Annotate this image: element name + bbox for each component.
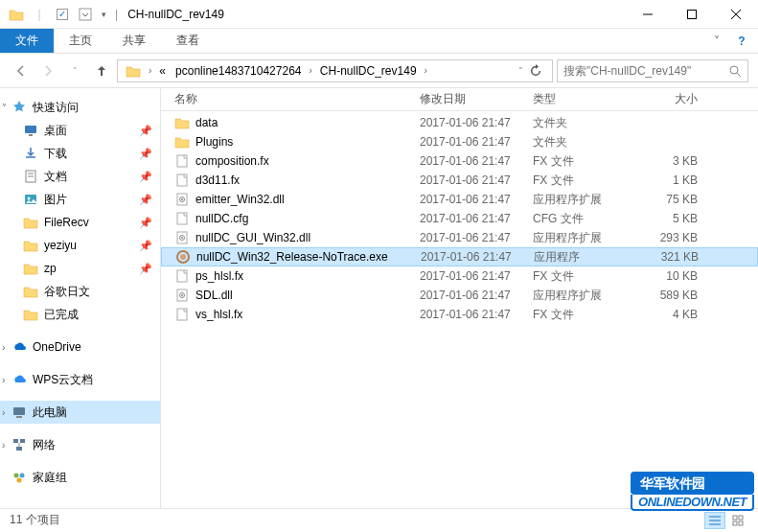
- search-box[interactable]: [557, 59, 748, 82]
- column-header-date[interactable]: 修改日期: [414, 91, 527, 107]
- svg-point-13: [28, 197, 31, 200]
- tab-home[interactable]: 主页: [54, 29, 107, 53]
- file-type: FX 文件: [527, 153, 640, 170]
- chevron-right-icon[interactable]: ›: [147, 65, 153, 76]
- view-thumbnails-button[interactable]: [727, 512, 748, 529]
- chevron-down-icon[interactable]: ˅: [2, 103, 7, 113]
- chevron-right-icon[interactable]: ›: [308, 65, 314, 76]
- column-header-type[interactable]: 类型: [527, 91, 640, 107]
- forward-button[interactable]: [36, 59, 59, 82]
- help-icon[interactable]: ?: [733, 33, 750, 50]
- view-details-button[interactable]: [704, 512, 725, 529]
- recent-dropdown[interactable]: ˅: [63, 59, 86, 82]
- svg-point-21: [20, 474, 25, 478]
- up-button[interactable]: [90, 59, 113, 82]
- ribbon-expand-icon[interactable]: ˅: [708, 33, 725, 50]
- chevron-right-icon[interactable]: ›: [423, 65, 429, 76]
- sidebar-item-label: 谷歌日文: [44, 284, 90, 300]
- sidebar-item-homegroup[interactable]: 家庭组: [0, 466, 160, 489]
- file-row[interactable]: vs_hlsl.fx 2017-01-06 21:47 FX 文件 4 KB: [161, 305, 758, 324]
- file-list[interactable]: data 2017-01-06 21:47 文件夹 Plugins 2017-0…: [161, 111, 758, 508]
- file-row[interactable]: SDL.dll 2017-01-06 21:47 应用程序扩展 589 KB: [161, 286, 758, 305]
- svg-rect-44: [733, 521, 737, 525]
- sidebar-item-quick[interactable]: 桌面 📌: [0, 119, 160, 142]
- dll-icon: [174, 288, 190, 303]
- svg-rect-23: [177, 155, 187, 167]
- search-icon[interactable]: [728, 64, 742, 78]
- file-name: nullDC.cfg: [195, 212, 248, 225]
- downloads-icon: [23, 146, 38, 161]
- maximize-button[interactable]: [670, 0, 714, 29]
- breadcrumb[interactable]: › « pconline1483710427264 › CH-nullDC_re…: [117, 59, 553, 82]
- column-header-size[interactable]: 大小: [640, 91, 707, 107]
- minimize-button[interactable]: [626, 0, 670, 29]
- chevron-right-icon[interactable]: ›: [2, 375, 5, 385]
- file-date: 2017-01-06 21:47: [414, 231, 527, 244]
- file-row[interactable]: emitter_Win32.dll 2017-01-06 21:47 应用程序扩…: [161, 190, 758, 209]
- sidebar-item-quick[interactable]: FileRecv 📌: [0, 211, 160, 234]
- tab-file[interactable]: 文件: [0, 29, 54, 53]
- file-type: FX 文件: [527, 307, 640, 323]
- refresh-icon[interactable]: [529, 64, 542, 78]
- desktop-icon: [23, 123, 38, 138]
- file-date: 2017-01-06 21:47: [414, 289, 527, 302]
- column-headers: 名称 修改日期 类型 大小: [161, 88, 758, 111]
- search-input[interactable]: [563, 64, 724, 78]
- sidebar-item-onedrive[interactable]: › OneDrive: [0, 335, 160, 359]
- qat-overflow-icon[interactable]: ▾: [98, 4, 109, 25]
- file-row[interactable]: nullDC_Win32_Release-NoTrace.exe 2017-01…: [161, 247, 758, 266]
- svg-rect-15: [16, 416, 22, 418]
- qat-dropdown-icon[interactable]: [75, 4, 96, 25]
- sidebar-item-quick[interactable]: yeziyu 📌: [0, 234, 160, 257]
- exe-icon: [175, 249, 191, 265]
- breadcrumb-dropdown-icon[interactable]: ˅: [518, 66, 523, 76]
- computer-icon: [11, 405, 27, 420]
- file-row[interactable]: data 2017-01-06 21:47 文件夹: [161, 113, 758, 132]
- file-size: 3 KB: [640, 154, 707, 168]
- file-row[interactable]: Plugins 2017-01-06 21:47 文件夹: [161, 132, 758, 151]
- sidebar-item-wps[interactable]: › WPS云文档: [0, 368, 160, 391]
- close-button[interactable]: [714, 0, 758, 29]
- chevron-right-icon[interactable]: ›: [2, 440, 5, 451]
- sidebar-item-network[interactable]: › 网络: [0, 433, 160, 456]
- file-icon: [174, 153, 190, 169]
- file-name: composition.fx: [195, 154, 269, 168]
- breadcrumb-item[interactable]: CH-nullDC_rev149: [316, 60, 421, 81]
- folder-icon: [23, 215, 38, 230]
- file-name: emitter_Win32.dll: [195, 193, 285, 206]
- tab-view[interactable]: 查看: [161, 29, 215, 53]
- sidebar-label: WPS云文档: [33, 372, 93, 388]
- status-bar: 11 个项目: [0, 508, 758, 531]
- file-row[interactable]: d3d11.fx 2017-01-06 21:47 FX 文件 1 KB: [161, 171, 758, 190]
- sidebar-item-quick[interactable]: 下载 📌: [0, 142, 160, 165]
- sidebar-item-quick[interactable]: zp 📌: [0, 257, 160, 280]
- file-row[interactable]: nullDC.cfg 2017-01-06 21:47 CFG 文件 5 KB: [161, 209, 758, 228]
- chevron-right-icon[interactable]: ›: [2, 407, 5, 418]
- breadcrumb-item[interactable]: pconline1483710427264: [172, 60, 305, 81]
- column-header-name[interactable]: 名称: [169, 91, 414, 107]
- file-date: 2017-01-06 21:47: [414, 154, 527, 168]
- folder-icon: [23, 261, 38, 276]
- sidebar-item-quick[interactable]: 已完成: [0, 303, 160, 326]
- pin-icon: 📌: [139, 148, 152, 160]
- sidebar-item-label: 图片: [44, 192, 67, 208]
- file-row[interactable]: nullDC_GUI_Win32.dll 2017-01-06 21:47 应用…: [161, 228, 758, 247]
- sidebar-item-quick[interactable]: 图片 📌: [0, 188, 160, 211]
- sidebar-item-quick[interactable]: 谷歌日文: [0, 280, 160, 303]
- content-area: 名称 修改日期 类型 大小 data 2017-01-06 21:47 文件夹 …: [161, 88, 758, 508]
- tab-share[interactable]: 共享: [107, 29, 161, 53]
- sidebar-item-label: zp: [44, 262, 57, 275]
- sidebar-item-quick[interactable]: 文档 📌: [0, 165, 160, 188]
- back-button[interactable]: [10, 59, 33, 82]
- sidebar-item-quick-access[interactable]: ˅ 快速访问: [0, 96, 160, 119]
- breadcrumb-overflow[interactable]: «: [155, 60, 170, 81]
- file-row[interactable]: composition.fx 2017-01-06 21:47 FX 文件 3 …: [161, 151, 758, 171]
- file-row[interactable]: ps_hlsl.fx 2017-01-06 21:47 FX 文件 10 KB: [161, 266, 758, 286]
- breadcrumb-root-icon[interactable]: [122, 60, 145, 81]
- chevron-right-icon[interactable]: ›: [2, 342, 5, 353]
- svg-line-6: [737, 73, 741, 77]
- sidebar-item-this-pc[interactable]: › 此电脑: [0, 401, 160, 424]
- svg-rect-14: [13, 407, 25, 415]
- qat-checkbox[interactable]: [52, 4, 73, 25]
- file-type: FX 文件: [527, 268, 640, 285]
